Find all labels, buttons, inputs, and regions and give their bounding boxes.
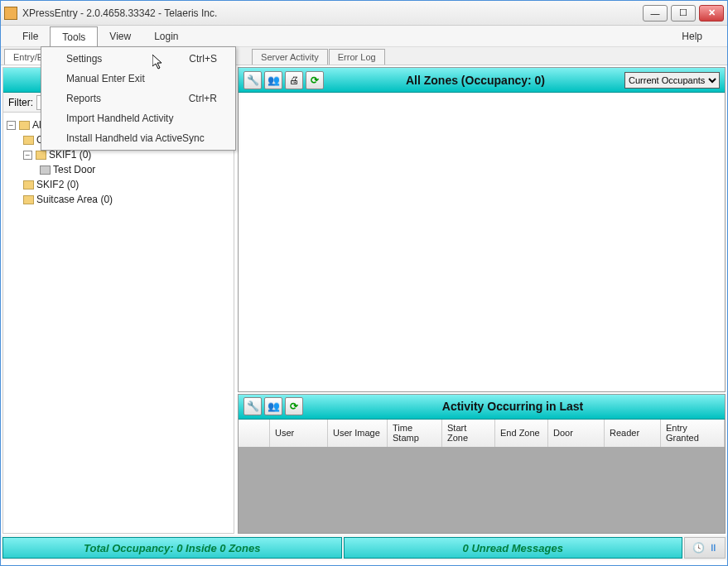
menu-item-import[interactable]: Import Handheld Activity [43, 108, 234, 128]
print-button[interactable]: 🖨 [285, 71, 303, 89]
col-select[interactable] [239, 420, 270, 447]
folder-icon [23, 136, 34, 145]
menu-shortcut: Ctrl+R [189, 93, 217, 104]
tree-label: SKIF2 (0) [36, 179, 79, 190]
col-user[interactable]: User [270, 420, 328, 447]
status-icons: 🕓 ⏸ [684, 537, 726, 559]
menu-item-install[interactable]: Install Handheld via ActiveSync [43, 128, 234, 148]
col-user-image[interactable]: User Image [328, 420, 388, 447]
zone-tree[interactable]: −All Outside (0) −SKIF1 (0) Test Door SK… [3, 113, 234, 533]
people-icon: 👥 [268, 74, 280, 86]
tree-label: Suitcase Area (0) [36, 194, 113, 205]
tree-label: SKIF1 (0) [49, 149, 91, 161]
tree-node-skif2[interactable]: SKIF2 (0) [7, 177, 230, 192]
col-end-zone[interactable]: End Zone [495, 420, 548, 447]
col-entry-granted[interactable]: Entry Granted [661, 420, 725, 447]
pause-icon[interactable]: ⏸ [708, 542, 718, 554]
door-icon [40, 165, 51, 175]
maximize-button[interactable]: ☐ [671, 5, 696, 22]
menu-tools[interactable]: Tools [50, 26, 98, 47]
menu-view[interactable]: View [98, 26, 142, 46]
tab-server-activity[interactable]: Server Activity [252, 49, 328, 65]
minimize-button[interactable]: — [643, 5, 668, 22]
menu-login[interactable]: Login [142, 26, 190, 46]
col-start-zone[interactable]: Start Zone [442, 420, 495, 447]
clock-icon: 🕓 [692, 542, 705, 554]
occupants-select[interactable]: Current Occupants [624, 72, 720, 89]
folder-icon [36, 151, 46, 160]
people-icon: 👥 [268, 401, 280, 412]
collapse-icon[interactable]: − [23, 151, 32, 160]
wrench-icon: 🔧 [247, 401, 259, 412]
menu-shortcut: Ctrl+S [189, 53, 217, 65]
tab-error-log[interactable]: Error Log [329, 49, 385, 65]
col-time-stamp[interactable]: Time Stamp [388, 420, 442, 447]
menu-label: Reports [66, 93, 101, 104]
activity-people-button[interactable]: 👥 [264, 397, 282, 415]
activity-settings-button[interactable]: 🔧 [243, 397, 262, 415]
refresh-button[interactable]: ⟳ [306, 71, 324, 89]
activity-grid-header: User User Image Time Stamp Start Zone En… [239, 420, 725, 448]
people-button[interactable]: 👥 [264, 71, 282, 89]
menubar: File Tools View Login Help [1, 26, 727, 47]
settings-button[interactable]: 🔧 [243, 71, 262, 89]
col-reader[interactable]: Reader [605, 420, 661, 447]
menu-help[interactable]: Help [670, 26, 714, 46]
tree-node-suitcase[interactable]: Suitcase Area (0) [7, 192, 230, 207]
zones-title: All Zones (Occupancy: 0) [326, 74, 624, 87]
menu-item-reports[interactable]: Reports Ctrl+R [43, 89, 234, 108]
tree-label: Test Door [53, 164, 95, 175]
status-bar: Total Occupancy: 0 Inside 0 Zones 0 Unre… [1, 535, 727, 560]
tools-dropdown: Settings Ctrl+S Manual Enter Exit Report… [41, 46, 236, 151]
menu-label: Import Handheld Activity [66, 113, 173, 124]
status-messages[interactable]: 0 Unread Messages [344, 537, 683, 559]
activity-title: Activity Occurring in Last [306, 400, 720, 413]
tree-node-test-door[interactable]: Test Door [7, 162, 230, 177]
filter-label: Filter: [8, 97, 33, 108]
refresh-icon: ⟳ [311, 74, 319, 86]
window-title: XPressEntry - 2.0.4658.33342 - Telaeris … [22, 7, 217, 19]
menu-item-manual[interactable]: Manual Enter Exit [43, 69, 234, 89]
status-occupancy: Total Occupancy: 0 Inside 0 Zones [2, 537, 342, 559]
close-button[interactable]: ✕ [699, 5, 724, 22]
titlebar: XPressEntry - 2.0.4658.33342 - Telaeris … [1, 1, 727, 26]
col-door[interactable]: Door [548, 420, 605, 447]
zones-panel: 🔧 👥 🖨 ⟳ All Zones (Occupancy: 0) Current… [238, 67, 726, 392]
app-icon [4, 7, 17, 20]
menu-label: Settings [66, 53, 102, 65]
menu-label: Install Handheld via ActiveSync [66, 132, 205, 144]
activity-refresh-button[interactable]: ⟳ [285, 397, 303, 415]
folder-icon [23, 195, 34, 204]
print-icon: 🖨 [289, 74, 299, 86]
folder-icon [23, 180, 34, 189]
collapse-icon[interactable]: − [7, 121, 16, 130]
menu-file[interactable]: File [11, 26, 50, 46]
activity-grid-body [239, 448, 725, 533]
wrench-icon: 🔧 [247, 74, 259, 86]
folder-icon [19, 121, 30, 130]
menu-item-settings[interactable]: Settings Ctrl+S [43, 49, 234, 69]
activity-panel: 🔧 👥 ⟳ Activity Occurring in Last User Us… [238, 394, 726, 534]
menu-label: Manual Enter Exit [66, 73, 145, 84]
refresh-icon: ⟳ [290, 401, 298, 412]
